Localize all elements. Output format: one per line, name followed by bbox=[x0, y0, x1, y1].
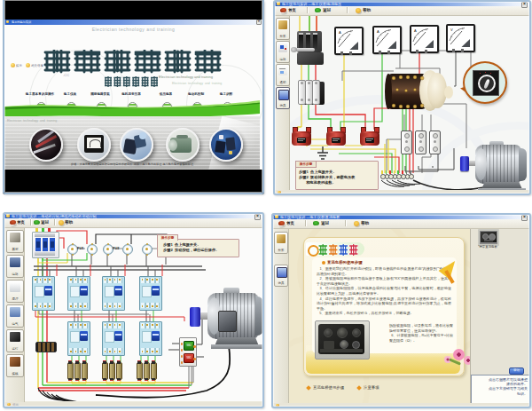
svg-text:A: A bbox=[377, 29, 379, 34]
svg-text:V: V bbox=[450, 28, 453, 32]
svg-text:A: A bbox=[414, 28, 417, 33]
svg-text:A: A bbox=[339, 30, 341, 35]
